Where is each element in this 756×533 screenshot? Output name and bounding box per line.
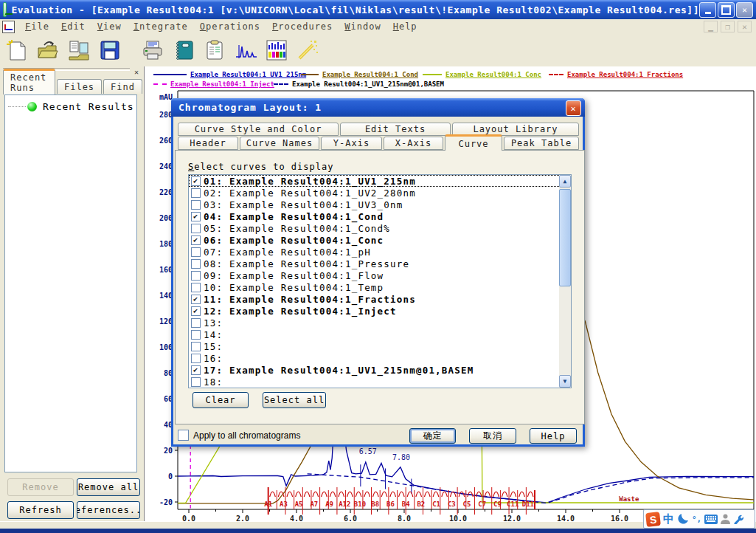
save-floppy-icon[interactable]	[96, 36, 124, 64]
curve-listbox[interactable]: ✔01: Example Result004:1_UV1_215nm02: Ex…	[188, 174, 572, 388]
tab-recent-runs[interactable]: Recent Runs	[3, 69, 55, 94]
dialog-close-icon[interactable]: ✕	[566, 100, 581, 116]
menu-integrate[interactable]: Integrate	[128, 20, 194, 33]
curve-list-item[interactable]: ✔17: Example Result004:1_UV1_215nm@01,BA…	[189, 364, 571, 376]
menu-procedures[interactable]: Procedures	[266, 20, 339, 33]
curve-list-item[interactable]: 10: Example Result004:1_Temp	[189, 281, 571, 293]
tab-peak-table[interactable]: Peak Table	[504, 137, 579, 150]
listbox-scrollbar[interactable]: ▲ ▼	[559, 175, 571, 388]
tab-y-axis[interactable]: Y-Axis	[321, 137, 382, 150]
soft-keyboard-icon[interactable]	[704, 515, 718, 524]
curve-checkbox[interactable]: ✔	[191, 306, 201, 316]
scroll-up-icon[interactable]: ▲	[559, 175, 571, 188]
curve-checkbox[interactable]	[191, 318, 201, 328]
curve-list-item[interactable]: 07: Example Result004:1_pH	[189, 246, 571, 258]
cancel-button[interactable]: 取消	[469, 428, 516, 444]
print-icon[interactable]	[139, 36, 167, 64]
curves-icon[interactable]	[232, 36, 260, 64]
chinese-mode-icon[interactable]: 中	[663, 512, 674, 526]
moon-icon[interactable]	[677, 513, 689, 525]
menu-operations[interactable]: Operations	[194, 20, 266, 33]
curve-list-item[interactable]: 08: Example Result004:1_Pressure	[189, 258, 571, 269]
tab-curve-names[interactable]: Curve Names	[240, 137, 319, 150]
tree-item-recent-results[interactable]: Recent Results	[8, 101, 134, 112]
curve-list-item[interactable]: ✔06: Example Result004:1_Conc	[189, 234, 571, 246]
apply-all-checkbox[interactable]	[178, 430, 189, 441]
tab-find[interactable]: Find	[103, 79, 142, 94]
legend-label[interactable]: Example Result004:1_Conc	[445, 71, 541, 78]
curve-checkbox[interactable]: ✔	[191, 212, 201, 221]
copy-documents-icon[interactable]	[65, 36, 93, 64]
refresh-button[interactable]: Refresh	[7, 501, 74, 519]
curve-checkbox[interactable]	[191, 200, 201, 210]
remove-button[interactable]: Remove	[7, 478, 74, 496]
curve-checkbox[interactable]	[191, 354, 201, 363]
legend-label[interactable]: Example Result004:1_UV1_215nm@01,BASEM	[292, 80, 444, 88]
tab-files[interactable]: Files	[57, 79, 102, 94]
legend-label[interactable]: Example Result004:1_Cond	[322, 71, 418, 78]
remove-all-button[interactable]: Remove all	[77, 478, 140, 496]
chart-colors-icon[interactable]	[263, 36, 291, 64]
legend-label[interactable]: Example Result004:1_UV1_215nm	[190, 71, 306, 78]
mdi-minimize-button[interactable]: ▁	[704, 21, 718, 32]
curve-checkbox[interactable]	[191, 271, 201, 281]
document-icon[interactable]	[2, 21, 15, 33]
curve-list-item[interactable]: 05: Example Result004:1_Cond%	[189, 222, 571, 234]
menu-help[interactable]: Help	[387, 20, 423, 33]
punctuation-mode-icon[interactable]: °,	[692, 515, 701, 524]
curve-checkbox[interactable]	[191, 224, 201, 233]
curve-checkbox[interactable]	[191, 377, 201, 387]
sogou-logo-icon[interactable]: S	[645, 512, 661, 527]
dialog-title-bar[interactable]: Chromatogram Layout: 1 ✕	[171, 98, 585, 117]
curve-list-item[interactable]: ✔04: Example Result004:1_Cond	[189, 210, 571, 222]
curve-checkbox[interactable]	[191, 342, 201, 351]
report-icon[interactable]	[201, 36, 229, 64]
notebook-icon[interactable]	[170, 36, 198, 64]
menu-view[interactable]: View	[91, 20, 128, 33]
maximize-button[interactable]	[718, 2, 735, 18]
tab-curve-style-and-color[interactable]: Curve Style and Color	[178, 123, 339, 136]
preferences-button[interactable]: references...	[77, 501, 140, 519]
legend-label[interactable]: Example Result004:1_Fractions	[567, 71, 683, 78]
curve-list-item[interactable]: 15:	[189, 340, 571, 352]
wizard-wand-icon[interactable]	[294, 36, 322, 64]
mdi-close-button[interactable]: ✕	[738, 21, 752, 32]
curve-checkbox[interactable]	[191, 330, 201, 340]
menu-edit[interactable]: Edit	[55, 20, 91, 33]
open-folder-icon[interactable]	[34, 36, 62, 64]
ok-button[interactable]: 确定	[409, 428, 456, 444]
curve-checkbox[interactable]: ✔	[191, 365, 201, 375]
mdi-restore-button[interactable]: ❐	[721, 21, 735, 32]
menu-file[interactable]: File	[19, 20, 55, 33]
curve-list-item[interactable]: ✔11: Example Result004:1_Fractions	[189, 293, 571, 305]
tab-curve[interactable]: Curve	[445, 134, 502, 151]
menu-window[interactable]: Window	[339, 20, 386, 33]
settings-wrench-icon[interactable]	[733, 514, 743, 524]
curve-list-item[interactable]: 13:	[189, 317, 571, 329]
scroll-down-icon[interactable]: ▼	[559, 375, 571, 388]
curve-checkbox[interactable]	[191, 188, 201, 198]
curve-checkbox[interactable]	[191, 259, 201, 269]
scroll-thumb[interactable]	[559, 189, 571, 286]
select-all-button[interactable]: Select all	[263, 392, 326, 408]
legend-label[interactable]: Example Result004:1_Inject	[170, 80, 274, 88]
curve-list-item[interactable]: 02: Example Result004:1_UV2_280nm	[189, 187, 571, 199]
curve-checkbox[interactable]	[191, 247, 201, 257]
panel-close-icon[interactable]: ✕	[132, 67, 141, 76]
curve-list-item[interactable]: 14:	[189, 329, 571, 340]
curve-list-item[interactable]: 16:	[189, 352, 571, 364]
close-button[interactable]: ✕	[736, 2, 753, 18]
tab-edit-texts[interactable]: Edit Texts	[340, 123, 451, 136]
curve-checkbox[interactable]: ✔	[191, 295, 201, 304]
curve-checkbox[interactable]	[191, 283, 201, 292]
curve-checkbox[interactable]: ✔	[191, 235, 201, 245]
new-document-icon[interactable]	[3, 36, 31, 64]
tab-x-axis[interactable]: X-Axis	[384, 137, 443, 150]
account-icon[interactable]	[721, 514, 730, 524]
minimize-button[interactable]	[699, 2, 716, 18]
curve-list-item[interactable]: ✔12: Example Result004:1_Inject	[189, 305, 571, 317]
curve-list-item[interactable]: 09: Example Result004:1_Flow	[189, 269, 571, 281]
tab-header[interactable]: Header	[178, 137, 238, 150]
curve-checkbox[interactable]: ✔	[191, 176, 201, 186]
clear-button[interactable]: Clear	[193, 392, 249, 408]
